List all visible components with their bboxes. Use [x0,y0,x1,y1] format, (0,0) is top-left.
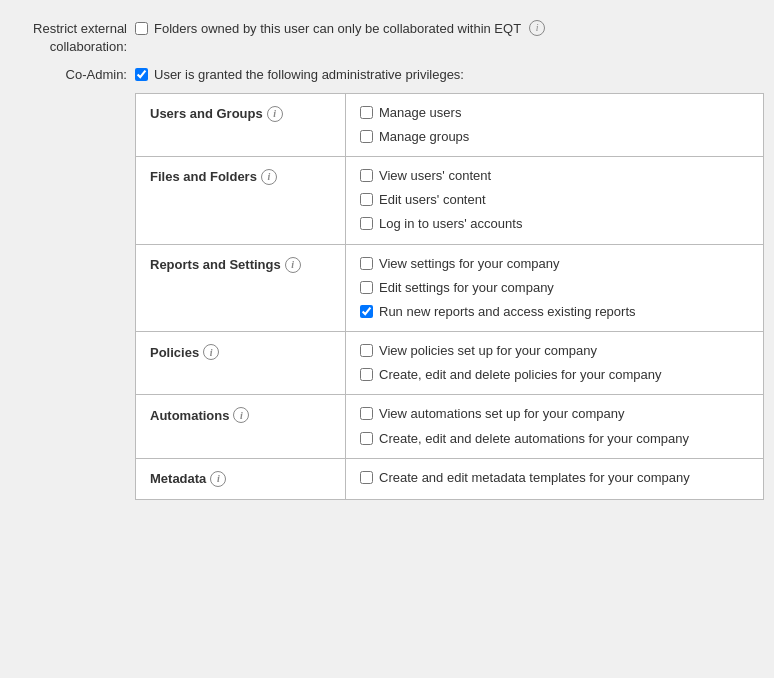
option-row: Create and edit metadata templates for y… [360,469,749,487]
row-label-cell: Files and Foldersi [136,157,346,244]
option-text: View automations set up for your company [379,406,624,421]
option-text: View users' content [379,168,491,183]
option-checkbox[interactable] [360,106,373,119]
row-info-icon[interactable]: i [267,106,283,122]
row-label-text: Metadatai [150,471,226,487]
option-text: Manage groups [379,129,469,144]
option-row: Edit users' content [360,191,749,209]
option-row: View automations set up for your company [360,405,749,423]
main-container: Restrict external collaboration: Folders… [0,0,774,510]
option-checkbox[interactable] [360,407,373,420]
restrict-checkbox-row: Folders owned by this user can only be c… [135,20,774,38]
coadmin-text: User is granted the following administra… [154,67,464,82]
option-text: Run new reports and access existing repo… [379,304,636,319]
option-row: Log in to users' accounts [360,215,749,233]
row-info-icon[interactable]: i [233,407,249,423]
table-row: MetadataiCreate and edit metadata templa… [136,459,763,499]
option-row: Create, edit and delete automations for … [360,430,749,448]
option-text: Edit settings for your company [379,280,554,295]
table-row: PoliciesiView policies set up for your c… [136,332,763,395]
option-checkbox[interactable] [360,344,373,357]
restrict-value: Folders owned by this user can only be c… [135,18,774,38]
option-text: View settings for your company [379,256,559,271]
row-options-cell: View settings for your companyEdit setti… [346,245,763,332]
option-row: Create, edit and delete policies for you… [360,366,749,384]
option-checkbox[interactable] [360,130,373,143]
option-text: Create, edit and delete automations for … [379,431,689,446]
option-checkbox[interactable] [360,193,373,206]
option-text: Create, edit and delete policies for you… [379,367,662,382]
row-info-icon[interactable]: i [210,471,226,487]
option-row: View settings for your company [360,255,749,273]
option-text: View policies set up for your company [379,343,597,358]
table-row: Reports and SettingsiView settings for y… [136,245,763,333]
table-row: AutomationsiView automations set up for … [136,395,763,458]
option-checkbox[interactable] [360,432,373,445]
restrict-text: Folders owned by this user can only be c… [154,20,521,38]
row-label-text: Reports and Settingsi [150,257,301,273]
row-options-cell: View policies set up for your companyCre… [346,332,763,394]
row-label-cell: Metadatai [136,459,346,499]
option-row: Run new reports and access existing repo… [360,303,749,321]
row-options-cell: Create and edit metadata templates for y… [346,459,763,499]
row-label-text: Users and Groupsi [150,106,283,122]
row-options-cell: View automations set up for your company… [346,395,763,457]
option-checkbox[interactable] [360,305,373,318]
option-checkbox[interactable] [360,257,373,270]
row-label-text: Automationsi [150,407,249,423]
row-label-cell: Automationsi [136,395,346,457]
row-label-text: Policiesi [150,344,219,360]
option-row: View policies set up for your company [360,342,749,360]
row-label-cell: Policiesi [136,332,346,394]
table-row: Files and FoldersiView users' contentEdi… [136,157,763,245]
option-text: Log in to users' accounts [379,216,522,231]
option-checkbox[interactable] [360,169,373,182]
restrict-checkbox[interactable] [135,22,148,35]
row-label-cell: Users and Groupsi [136,94,346,156]
row-options-cell: Manage usersManage groups [346,94,763,156]
option-row: View users' content [360,167,749,185]
restrict-row: Restrict external collaboration: Folders… [0,18,774,56]
option-text: Edit users' content [379,192,486,207]
row-info-icon[interactable]: i [203,344,219,360]
option-text: Manage users [379,105,461,120]
option-checkbox[interactable] [360,281,373,294]
option-checkbox[interactable] [360,217,373,230]
option-text: Create and edit metadata templates for y… [379,470,690,485]
restrict-info-icon[interactable]: i [529,20,545,36]
coadmin-row: Co-Admin: User is granted the following … [0,64,774,84]
option-checkbox[interactable] [360,471,373,484]
option-row: Edit settings for your company [360,279,749,297]
option-checkbox[interactable] [360,368,373,381]
coadmin-label: Co-Admin: [0,64,135,84]
coadmin-value: User is granted the following administra… [135,64,774,84]
row-info-icon[interactable]: i [285,257,301,273]
option-row: Manage users [360,104,749,122]
row-label-text: Files and Foldersi [150,169,277,185]
table-row: Users and GroupsiManage usersManage grou… [136,94,763,157]
row-label-cell: Reports and Settingsi [136,245,346,332]
coadmin-checkbox[interactable] [135,68,148,81]
row-info-icon[interactable]: i [261,169,277,185]
coadmin-checkbox-row: User is granted the following administra… [135,66,774,84]
restrict-label: Restrict external collaboration: [0,18,135,56]
privileges-table: Users and GroupsiManage usersManage grou… [135,93,764,500]
row-options-cell: View users' contentEdit users' contentLo… [346,157,763,244]
option-row: Manage groups [360,128,749,146]
top-section: Restrict external collaboration: Folders… [0,10,774,93]
